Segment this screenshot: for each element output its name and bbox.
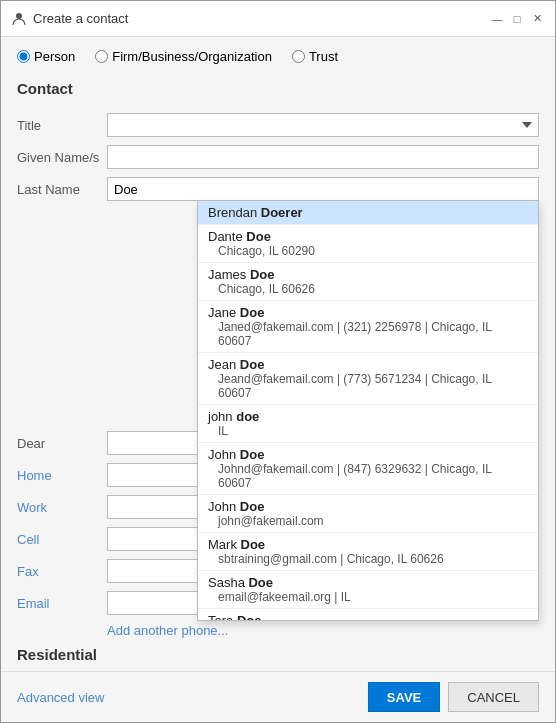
dialog-body: Person Firm/Business/Organization Trust …	[1, 37, 555, 671]
work-label[interactable]: Work	[17, 500, 107, 515]
dropdown-item-7[interactable]: John Doe john@fakemail.com	[198, 495, 538, 533]
title-select[interactable]: Mr. Mrs. Ms. Dr.	[107, 113, 539, 137]
dear-label: Dear	[17, 436, 107, 451]
dropdown-item-5[interactable]: john doe IL	[198, 405, 538, 443]
title-controls: — □ ✕	[489, 11, 545, 27]
svg-point-0	[16, 13, 22, 19]
close-button[interactable]: ✕	[529, 11, 545, 27]
add-another-phone[interactable]: Add another phone...	[107, 623, 539, 638]
dropdown-item-4[interactable]: Jean Doe Jeand@fakemail.com | (773) 5671…	[198, 353, 538, 405]
dialog-title: Create a contact	[33, 11, 128, 26]
dropdown-item-1[interactable]: Dante Doe Chicago, IL 60290	[198, 225, 538, 263]
maximize-button[interactable]: □	[509, 11, 525, 27]
save-button[interactable]: SAVE	[368, 682, 440, 712]
last-name-input[interactable]	[107, 177, 539, 201]
title-row: Title Mr. Mrs. Ms. Dr.	[17, 113, 539, 137]
cell-label[interactable]: Cell	[17, 532, 107, 547]
last-name-label: Last Name	[17, 182, 107, 197]
last-name-input-wrapper: Brendan Doerer Dante Doe Chicago, IL 602…	[107, 177, 539, 201]
cancel-button[interactable]: CANCEL	[448, 682, 539, 712]
title-bar-left: Create a contact	[11, 11, 128, 27]
dropdown-item-2[interactable]: James Doe Chicago, IL 60626	[198, 263, 538, 301]
contact-section-title: Contact	[17, 80, 539, 101]
title-label: Title	[17, 118, 107, 133]
email-label[interactable]: Email	[17, 596, 107, 611]
minimize-button[interactable]: —	[489, 11, 505, 27]
dropdown-item-8[interactable]: Mark Doe sbtraining@gmail.com | Chicago,…	[198, 533, 538, 571]
advanced-view-link[interactable]: Advanced view	[17, 690, 104, 705]
dropdown-item-6[interactable]: John Doe Johnd@fakemail.com | (847) 6329…	[198, 443, 538, 495]
title-input-wrapper: Mr. Mrs. Ms. Dr.	[107, 113, 539, 137]
dropdown-item-0[interactable]: Brendan Doerer	[198, 201, 538, 225]
create-contact-dialog: Create a contact — □ ✕ Person Firm/Busin…	[0, 0, 556, 723]
residential-section-title: Residential	[17, 646, 539, 663]
given-name-row: Given Name/s	[17, 145, 539, 169]
radio-firm[interactable]: Firm/Business/Organization	[95, 49, 272, 64]
last-name-row: Last Name Brendan Doerer Dante Doe Chica…	[17, 177, 539, 201]
given-name-input[interactable]	[107, 145, 539, 169]
fax-label[interactable]: Fax	[17, 564, 107, 579]
radio-person[interactable]: Person	[17, 49, 75, 64]
dialog-footer: Advanced view SAVE CANCEL	[1, 671, 555, 722]
given-name-label: Given Name/s	[17, 150, 107, 165]
contact-type-row: Person Firm/Business/Organization Trust	[17, 49, 539, 64]
dropdown-item-3[interactable]: Jane Doe Janed@fakemail.com | (321) 2256…	[198, 301, 538, 353]
title-bar: Create a contact — □ ✕	[1, 1, 555, 37]
dropdown-item-9[interactable]: Sasha Doe email@fakeemail.org | IL	[198, 571, 538, 609]
radio-trust[interactable]: Trust	[292, 49, 338, 64]
home-label[interactable]: Home	[17, 468, 107, 483]
dialog-icon	[11, 11, 27, 27]
autocomplete-dropdown: Brendan Doerer Dante Doe Chicago, IL 602…	[197, 201, 539, 621]
dropdown-item-10[interactable]: Tara Doe tara@fakemail.org | (555) 55555…	[198, 609, 538, 621]
